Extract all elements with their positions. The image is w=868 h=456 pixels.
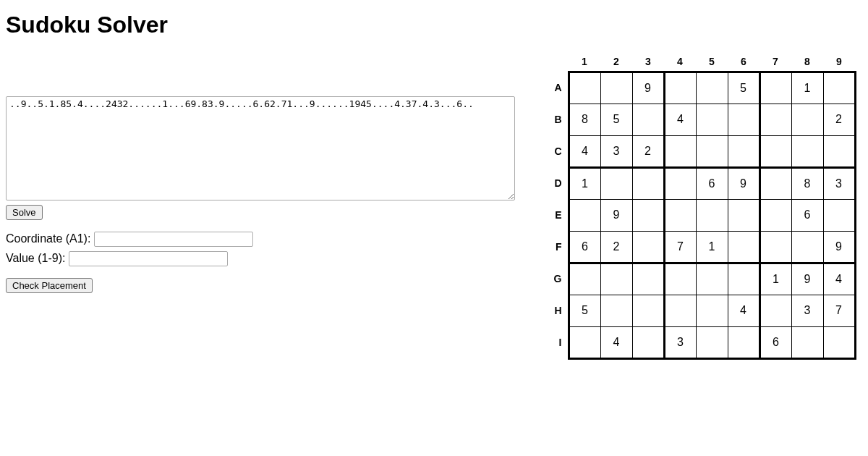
cell: 3	[823, 167, 855, 199]
cell	[760, 104, 791, 135]
cell	[823, 199, 855, 231]
row-header: C	[548, 135, 569, 167]
row-header: B	[548, 104, 569, 135]
cell: 9	[632, 72, 664, 104]
cell	[664, 199, 696, 231]
cell	[600, 263, 632, 295]
cell: 1	[760, 263, 791, 295]
row-header: D	[548, 167, 569, 199]
cell	[696, 263, 728, 295]
col-header: 4	[664, 53, 696, 72]
cell: 6	[791, 199, 823, 231]
cell	[760, 72, 791, 104]
cell	[791, 104, 823, 135]
cell: 9	[600, 199, 632, 231]
cell	[728, 199, 760, 231]
cell: 6	[569, 231, 600, 263]
cell	[632, 199, 664, 231]
cell	[569, 326, 600, 358]
cell	[600, 167, 632, 199]
cell: 1	[569, 167, 600, 199]
cell	[696, 199, 728, 231]
cell	[632, 263, 664, 295]
cell	[791, 326, 823, 358]
solve-button[interactable]: Solve	[6, 205, 43, 220]
cell: 1	[791, 72, 823, 104]
cell	[632, 295, 664, 326]
value-input[interactable]	[69, 251, 228, 266]
cell: 4	[600, 326, 632, 358]
cell: 2	[600, 231, 632, 263]
cell	[664, 72, 696, 104]
cell	[696, 104, 728, 135]
col-header: 2	[600, 53, 632, 72]
cell: 3	[600, 135, 632, 167]
cell	[632, 231, 664, 263]
cell: 3	[664, 326, 696, 358]
cell: 9	[791, 263, 823, 295]
cell	[823, 326, 855, 358]
coordinate-label: Coordinate (A1):	[6, 232, 90, 245]
cell	[760, 135, 791, 167]
row-header: G	[548, 263, 569, 295]
cell	[728, 326, 760, 358]
cell	[760, 167, 791, 199]
row-header: E	[548, 199, 569, 231]
coordinate-input[interactable]	[94, 232, 253, 247]
col-header: 8	[791, 53, 823, 72]
cell	[823, 72, 855, 104]
cell	[760, 295, 791, 326]
value-label: Value (1-9):	[6, 252, 65, 264]
cell: 8	[791, 167, 823, 199]
cell: 5	[600, 104, 632, 135]
cell	[696, 72, 728, 104]
cell: 5	[569, 295, 600, 326]
cell	[632, 326, 664, 358]
cell: 9	[823, 231, 855, 263]
cell	[569, 72, 600, 104]
cell	[728, 135, 760, 167]
col-header: 3	[632, 53, 664, 72]
sudoku-grid: 1 2 3 4 5 6 7 8 9 A 9 5 1	[548, 53, 856, 360]
cell	[791, 135, 823, 167]
cell: 1	[696, 231, 728, 263]
puzzle-input[interactable]	[6, 96, 515, 200]
cell	[664, 167, 696, 199]
cell: 4	[728, 295, 760, 326]
cell	[600, 72, 632, 104]
row-header: I	[548, 326, 569, 358]
cell	[728, 104, 760, 135]
cell: 4	[664, 104, 696, 135]
cell	[632, 104, 664, 135]
cell: 3	[791, 295, 823, 326]
col-header: 7	[760, 53, 791, 72]
check-placement-button[interactable]: Check Placement	[6, 278, 93, 293]
cell	[664, 263, 696, 295]
cell: 4	[569, 135, 600, 167]
cell	[728, 231, 760, 263]
cell	[823, 135, 855, 167]
cell: 9	[728, 167, 760, 199]
cell: 7	[664, 231, 696, 263]
cell	[696, 326, 728, 358]
col-header: 1	[569, 53, 600, 72]
cell	[664, 135, 696, 167]
row-header: A	[548, 72, 569, 104]
cell	[696, 295, 728, 326]
cell	[760, 231, 791, 263]
cell: 6	[696, 167, 728, 199]
cell	[728, 263, 760, 295]
row-header: H	[548, 295, 569, 326]
cell: 7	[823, 295, 855, 326]
cell: 2	[823, 104, 855, 135]
cell	[664, 295, 696, 326]
cell: 5	[728, 72, 760, 104]
cell	[569, 199, 600, 231]
cell: 6	[760, 326, 791, 358]
cell: 8	[569, 104, 600, 135]
cell	[791, 231, 823, 263]
page-title: Sudoku Solver	[6, 12, 862, 38]
cell	[696, 135, 728, 167]
col-header: 5	[696, 53, 728, 72]
row-header: F	[548, 231, 569, 263]
